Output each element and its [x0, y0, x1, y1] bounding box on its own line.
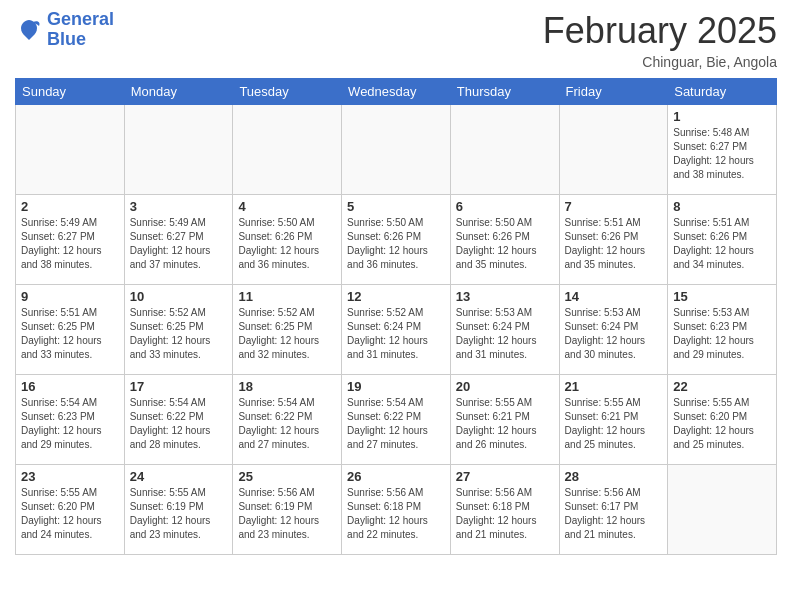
day-info: Sunrise: 5:54 AM Sunset: 6:22 PM Dayligh… — [347, 396, 445, 452]
day-number: 2 — [21, 199, 119, 214]
day-info: Sunrise: 5:48 AM Sunset: 6:27 PM Dayligh… — [673, 126, 771, 182]
page: General Blue February 2025 Chinguar, Bie… — [0, 0, 792, 612]
calendar-cell: 2Sunrise: 5:49 AM Sunset: 6:27 PM Daylig… — [16, 195, 125, 285]
calendar-cell — [450, 105, 559, 195]
calendar-cell: 28Sunrise: 5:56 AM Sunset: 6:17 PM Dayli… — [559, 465, 668, 555]
week-row-1: 2Sunrise: 5:49 AM Sunset: 6:27 PM Daylig… — [16, 195, 777, 285]
logo: General Blue — [15, 10, 114, 50]
calendar-cell — [559, 105, 668, 195]
day-info: Sunrise: 5:54 AM Sunset: 6:22 PM Dayligh… — [238, 396, 336, 452]
day-number: 15 — [673, 289, 771, 304]
day-info: Sunrise: 5:53 AM Sunset: 6:24 PM Dayligh… — [456, 306, 554, 362]
week-row-2: 9Sunrise: 5:51 AM Sunset: 6:25 PM Daylig… — [16, 285, 777, 375]
day-number: 25 — [238, 469, 336, 484]
day-info: Sunrise: 5:53 AM Sunset: 6:24 PM Dayligh… — [565, 306, 663, 362]
day-number: 27 — [456, 469, 554, 484]
day-number: 26 — [347, 469, 445, 484]
calendar-cell: 23Sunrise: 5:55 AM Sunset: 6:20 PM Dayli… — [16, 465, 125, 555]
day-number: 23 — [21, 469, 119, 484]
day-number: 9 — [21, 289, 119, 304]
day-number: 11 — [238, 289, 336, 304]
calendar-cell: 21Sunrise: 5:55 AM Sunset: 6:21 PM Dayli… — [559, 375, 668, 465]
calendar-cell — [342, 105, 451, 195]
calendar-cell: 24Sunrise: 5:55 AM Sunset: 6:19 PM Dayli… — [124, 465, 233, 555]
week-row-4: 23Sunrise: 5:55 AM Sunset: 6:20 PM Dayli… — [16, 465, 777, 555]
location: Chinguar, Bie, Angola — [543, 54, 777, 70]
day-info: Sunrise: 5:56 AM Sunset: 6:19 PM Dayligh… — [238, 486, 336, 542]
day-info: Sunrise: 5:50 AM Sunset: 6:26 PM Dayligh… — [238, 216, 336, 272]
day-info: Sunrise: 5:52 AM Sunset: 6:24 PM Dayligh… — [347, 306, 445, 362]
day-info: Sunrise: 5:55 AM Sunset: 6:20 PM Dayligh… — [673, 396, 771, 452]
calendar-cell: 12Sunrise: 5:52 AM Sunset: 6:24 PM Dayli… — [342, 285, 451, 375]
calendar-cell: 16Sunrise: 5:54 AM Sunset: 6:23 PM Dayli… — [16, 375, 125, 465]
week-row-0: 1Sunrise: 5:48 AM Sunset: 6:27 PM Daylig… — [16, 105, 777, 195]
day-info: Sunrise: 5:49 AM Sunset: 6:27 PM Dayligh… — [21, 216, 119, 272]
day-number: 10 — [130, 289, 228, 304]
day-number: 20 — [456, 379, 554, 394]
calendar-cell: 1Sunrise: 5:48 AM Sunset: 6:27 PM Daylig… — [668, 105, 777, 195]
day-number: 12 — [347, 289, 445, 304]
day-number: 24 — [130, 469, 228, 484]
day-number: 19 — [347, 379, 445, 394]
day-info: Sunrise: 5:50 AM Sunset: 6:26 PM Dayligh… — [456, 216, 554, 272]
day-info: Sunrise: 5:49 AM Sunset: 6:27 PM Dayligh… — [130, 216, 228, 272]
calendar-cell: 6Sunrise: 5:50 AM Sunset: 6:26 PM Daylig… — [450, 195, 559, 285]
calendar-cell: 19Sunrise: 5:54 AM Sunset: 6:22 PM Dayli… — [342, 375, 451, 465]
day-number: 16 — [21, 379, 119, 394]
day-info: Sunrise: 5:52 AM Sunset: 6:25 PM Dayligh… — [238, 306, 336, 362]
weekday-tuesday: Tuesday — [233, 79, 342, 105]
calendar-cell — [124, 105, 233, 195]
header: General Blue February 2025 Chinguar, Bie… — [15, 10, 777, 70]
day-number: 7 — [565, 199, 663, 214]
logo-text: General Blue — [47, 10, 114, 50]
day-number: 8 — [673, 199, 771, 214]
calendar-cell — [233, 105, 342, 195]
day-number: 28 — [565, 469, 663, 484]
calendar-cell: 26Sunrise: 5:56 AM Sunset: 6:18 PM Dayli… — [342, 465, 451, 555]
calendar-body: 1Sunrise: 5:48 AM Sunset: 6:27 PM Daylig… — [16, 105, 777, 555]
weekday-friday: Friday — [559, 79, 668, 105]
calendar-cell: 22Sunrise: 5:55 AM Sunset: 6:20 PM Dayli… — [668, 375, 777, 465]
calendar-cell: 18Sunrise: 5:54 AM Sunset: 6:22 PM Dayli… — [233, 375, 342, 465]
day-number: 18 — [238, 379, 336, 394]
day-info: Sunrise: 5:51 AM Sunset: 6:26 PM Dayligh… — [673, 216, 771, 272]
weekday-monday: Monday — [124, 79, 233, 105]
day-info: Sunrise: 5:55 AM Sunset: 6:19 PM Dayligh… — [130, 486, 228, 542]
day-info: Sunrise: 5:56 AM Sunset: 6:17 PM Dayligh… — [565, 486, 663, 542]
weekday-sunday: Sunday — [16, 79, 125, 105]
day-info: Sunrise: 5:52 AM Sunset: 6:25 PM Dayligh… — [130, 306, 228, 362]
day-number: 3 — [130, 199, 228, 214]
day-number: 4 — [238, 199, 336, 214]
day-info: Sunrise: 5:55 AM Sunset: 6:20 PM Dayligh… — [21, 486, 119, 542]
calendar-cell: 3Sunrise: 5:49 AM Sunset: 6:27 PM Daylig… — [124, 195, 233, 285]
weekday-wednesday: Wednesday — [342, 79, 451, 105]
calendar-cell: 14Sunrise: 5:53 AM Sunset: 6:24 PM Dayli… — [559, 285, 668, 375]
weekday-header-row: SundayMondayTuesdayWednesdayThursdayFrid… — [16, 79, 777, 105]
calendar-cell: 15Sunrise: 5:53 AM Sunset: 6:23 PM Dayli… — [668, 285, 777, 375]
day-number: 22 — [673, 379, 771, 394]
day-info: Sunrise: 5:56 AM Sunset: 6:18 PM Dayligh… — [456, 486, 554, 542]
day-info: Sunrise: 5:51 AM Sunset: 6:26 PM Dayligh… — [565, 216, 663, 272]
day-info: Sunrise: 5:50 AM Sunset: 6:26 PM Dayligh… — [347, 216, 445, 272]
day-number: 5 — [347, 199, 445, 214]
calendar-cell: 13Sunrise: 5:53 AM Sunset: 6:24 PM Dayli… — [450, 285, 559, 375]
calendar-cell: 9Sunrise: 5:51 AM Sunset: 6:25 PM Daylig… — [16, 285, 125, 375]
calendar-cell: 17Sunrise: 5:54 AM Sunset: 6:22 PM Dayli… — [124, 375, 233, 465]
day-info: Sunrise: 5:55 AM Sunset: 6:21 PM Dayligh… — [456, 396, 554, 452]
calendar-cell: 10Sunrise: 5:52 AM Sunset: 6:25 PM Dayli… — [124, 285, 233, 375]
day-number: 14 — [565, 289, 663, 304]
day-info: Sunrise: 5:56 AM Sunset: 6:18 PM Dayligh… — [347, 486, 445, 542]
calendar-cell: 20Sunrise: 5:55 AM Sunset: 6:21 PM Dayli… — [450, 375, 559, 465]
calendar-cell: 7Sunrise: 5:51 AM Sunset: 6:26 PM Daylig… — [559, 195, 668, 285]
day-number: 17 — [130, 379, 228, 394]
day-info: Sunrise: 5:51 AM Sunset: 6:25 PM Dayligh… — [21, 306, 119, 362]
logo-line2: Blue — [47, 29, 86, 49]
title-block: February 2025 Chinguar, Bie, Angola — [543, 10, 777, 70]
day-number: 6 — [456, 199, 554, 214]
day-number: 13 — [456, 289, 554, 304]
logo-icon — [15, 16, 43, 44]
calendar-cell: 4Sunrise: 5:50 AM Sunset: 6:26 PM Daylig… — [233, 195, 342, 285]
day-info: Sunrise: 5:53 AM Sunset: 6:23 PM Dayligh… — [673, 306, 771, 362]
day-number: 1 — [673, 109, 771, 124]
calendar-cell — [668, 465, 777, 555]
